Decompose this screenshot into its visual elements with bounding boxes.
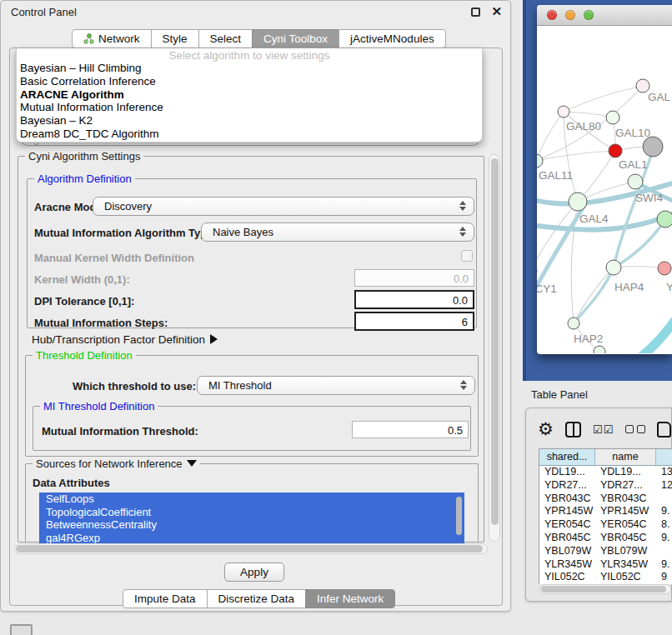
network-node-GAL11[interactable] (537, 154, 543, 168)
tab-network[interactable]: Network (72, 29, 152, 48)
list-scrollbar-thumb[interactable] (456, 497, 462, 535)
table-row[interactable]: YBR043CYBR043C (539, 492, 672, 506)
data-attribute-item[interactable]: SelfLoops (39, 492, 464, 506)
which-threshold-select[interactable]: MI Threshold (197, 376, 475, 395)
vertical-scrollbar-thumb[interactable] (491, 158, 499, 525)
tab-impute-data[interactable]: Impute Data (123, 589, 208, 608)
table-cell: 12 (656, 479, 672, 492)
horizontal-scrollbar-thumb[interactable] (16, 545, 483, 552)
sources-title[interactable]: Sources for Network Inference (33, 458, 200, 470)
table-cell: 9 (656, 571, 672, 584)
algorithm-option[interactable]: Bayesian – K2 (17, 114, 482, 128)
network-node-GAL80[interactable] (558, 106, 569, 118)
network-node-n_bt[interactable] (594, 346, 605, 353)
gear-icon[interactable]: ⚙ (538, 421, 554, 438)
function-builder-icon[interactable] (657, 422, 671, 438)
tab-style[interactable]: Style (151, 29, 199, 48)
minimized-panel-icon[interactable] (10, 624, 33, 635)
network-edge[interactable] (537, 112, 564, 161)
table-cell: 9. (656, 505, 672, 518)
tab-network-label: Network (98, 32, 140, 45)
table-row[interactable]: YLR345WYLR345W9. (539, 558, 672, 572)
table-row[interactable]: YBL079WYBL079W (539, 545, 672, 558)
dpi-tolerance-field[interactable] (354, 290, 474, 309)
network-window-titlebar[interactable] (537, 5, 672, 26)
manual-kernel-checkbox[interactable] (461, 250, 473, 262)
vertical-scrollbar[interactable] (489, 154, 500, 542)
deselect-all-checks-icon[interactable] (625, 425, 645, 433)
network-edge-thick[interactable] (634, 318, 672, 353)
tab-infer-network[interactable]: Infer Network (305, 589, 395, 608)
tab-jactivemnodules[interactable]: jActiveMNodules (339, 29, 446, 48)
close-traffic-light[interactable] (547, 10, 557, 20)
network-node-GAL4[interactable] (569, 192, 587, 211)
table-horizontal-scrollbar[interactable] (539, 584, 671, 594)
network-desktop: GALGAL80GAL10GAL1GAL11SWI4GAL4GCY1HAP4YH… (523, 0, 672, 381)
network-canvas[interactable]: GALGAL80GAL10GAL1GAL11SWI4GAL4GCY1HAP4YH… (537, 26, 672, 353)
tab-select[interactable]: Select (198, 29, 253, 48)
minimize-traffic-light[interactable] (565, 10, 575, 20)
data-attribute-item[interactable]: BetweennessCentrality (39, 518, 464, 532)
network-node-HAP4[interactable] (606, 260, 621, 275)
network-edge[interactable] (564, 112, 613, 118)
algorithm-option[interactable]: Mutual Information Inference (17, 101, 482, 114)
close-icon[interactable]: ✕ (491, 4, 502, 19)
network-node-label: HAP2 (574, 332, 603, 345)
float-window-icon[interactable] (471, 8, 480, 17)
network-node-n_bg[interactable] (657, 211, 672, 228)
algorithm-option[interactable]: ARACNE Algorithm (17, 88, 482, 102)
table-column-header[interactable]: name (595, 449, 656, 466)
aracne-mode-select[interactable]: Discovery (93, 197, 474, 216)
threshold-definition-group: Threshold Definition Which threshold to … (25, 355, 479, 457)
algorithm-option[interactable]: Bayesian – Hill Climbing (17, 62, 482, 75)
table-scrollbar-thumb[interactable] (541, 586, 666, 592)
table-row[interactable]: YER054CYER054C8. (539, 518, 672, 532)
table-column-header[interactable] (656, 449, 672, 466)
data-attribute-item[interactable]: gal4RGexp (39, 532, 464, 544)
table-cell: YBR045C (539, 532, 595, 545)
algorithm-dropdown-popup: Select algorithm to view settings Bayesi… (16, 48, 483, 142)
data-attributes-label: Data Attributes (33, 477, 110, 489)
horizontal-scrollbar[interactable] (14, 543, 488, 554)
kernel-width-label: Kernel Width (0,1): (34, 273, 130, 286)
algorithm-option[interactable]: Basic Correlation Inference (17, 75, 482, 88)
mi-threshold-group: MI Threshold Definition Mutual Informati… (33, 406, 471, 451)
select-all-checks-icon[interactable]: ☑☑ (593, 423, 614, 436)
algorithm-definition-title: Algorithm Definition (34, 172, 135, 185)
control-panel-title: Control Panel (11, 6, 77, 18)
columns-icon[interactable] (565, 422, 581, 438)
network-node-n_g1[interactable] (606, 111, 619, 124)
threshold-definition-title: Threshold Definition (33, 349, 136, 362)
algorithm-option[interactable]: Dream8 DC_TDC Algorithm (17, 128, 482, 141)
network-node-GAL10n[interactable] (643, 137, 663, 157)
table-row[interactable]: YBR045CYBR045C9. (539, 532, 672, 545)
table-row[interactable]: YIL052CYIL052C9 (539, 571, 672, 584)
data-attribute-item[interactable]: TopologicalCoefficient (39, 506, 464, 519)
table-toolbar: ⚙ ☑☑ (538, 418, 671, 440)
mi-steps-field[interactable] (354, 312, 474, 331)
cyni-settings-title: Cyni Algorithm Settings (25, 150, 143, 162)
table-row[interactable]: YDL19...YDL19...13 (539, 466, 672, 479)
network-node-n_pk[interactable] (658, 262, 671, 275)
network-node-HAP2[interactable] (568, 318, 579, 329)
zoom-traffic-light[interactable] (584, 10, 594, 20)
table-cell (656, 545, 672, 558)
node-table: shared...name YDL19...YDL19...13YDR27...… (539, 448, 672, 584)
table-row[interactable]: YPR145WYPR145W9. (539, 505, 672, 518)
table-row[interactable]: YDR27...YDR27...12 (539, 479, 672, 492)
mi-threshold-field[interactable] (352, 421, 469, 438)
algorithm-definition-group: Algorithm Definition Aracne Mode: Discov… (27, 178, 477, 328)
mi-algorithm-type-select[interactable]: Naive Bayes (201, 222, 474, 242)
apply-button[interactable]: Apply (224, 562, 284, 582)
network-node-label: GAL11 (539, 169, 573, 182)
table-column-header[interactable]: shared... (539, 449, 595, 466)
hub-definition-toggle[interactable]: Hub/Transcription Factor Definition (32, 333, 218, 346)
tab-discretize-data[interactable]: Discretize Data (207, 589, 307, 608)
kernel-width-field[interactable] (354, 269, 474, 287)
network-node-GAL1[interactable] (609, 144, 622, 158)
network-node-SWI4[interactable] (628, 174, 643, 189)
table-panel-title: Table Panel (531, 388, 588, 401)
control-panel-window: Control Panel ✕ Network Style Select Cyn… (0, 0, 511, 612)
table-cell: 8. (656, 518, 672, 532)
tab-cyni-toolbox[interactable]: Cyni Toolbox (252, 29, 339, 48)
